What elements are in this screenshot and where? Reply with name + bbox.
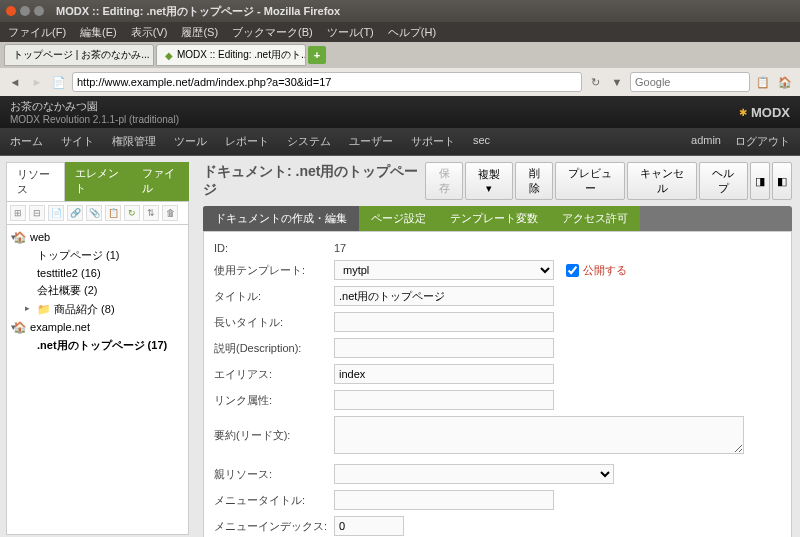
forward-button[interactable]: ► — [28, 73, 46, 91]
sort-icon[interactable]: ⇅ — [143, 205, 159, 221]
parent-label: 親リソース: — [214, 467, 334, 482]
menu-history[interactable]: 履歴(S) — [181, 25, 218, 40]
browser-tabbar: トップページ | お茶のなかみ... × ◆ MODX :: Editing: … — [0, 42, 800, 68]
nav-logout[interactable]: ログアウト — [735, 134, 790, 149]
nav-site[interactable]: サイト — [61, 134, 94, 149]
home-button[interactable]: 🏠 — [776, 73, 794, 91]
url-input[interactable] — [72, 72, 582, 92]
tab-resources[interactable]: リソース — [6, 162, 65, 201]
tab-page-settings[interactable]: ページ設定 — [359, 206, 438, 231]
document-title: ドキュメント: .net用のトップページ — [203, 163, 425, 199]
linkattr-input[interactable] — [334, 390, 554, 410]
new-tab-button[interactable]: + — [308, 46, 326, 64]
minimize-icon[interactable] — [20, 6, 30, 16]
site-name: お茶のなかみつ園 — [10, 99, 179, 114]
collapse-icon[interactable]: ⊟ — [29, 205, 45, 221]
nav-user-label[interactable]: admin — [691, 134, 721, 149]
id-value: 17 — [334, 242, 346, 254]
publish-label: 公開する — [583, 263, 627, 278]
nav-support[interactable]: サポート — [411, 134, 455, 149]
nav-system[interactable]: システム — [287, 134, 331, 149]
collapse-icon[interactable]: ▾ — [11, 232, 16, 242]
duplicate-button[interactable]: 複製 ▾ — [465, 162, 512, 200]
description-input[interactable] — [334, 338, 554, 358]
maximize-icon[interactable] — [34, 6, 44, 16]
folder-icon: 📁 — [37, 303, 51, 315]
tree-context[interactable]: ▾🏠 example.net — [9, 319, 186, 336]
tree-item[interactable]: ▸📁 商品紹介 (8) — [9, 300, 186, 319]
menu-bookmarks[interactable]: ブックマーク(B) — [232, 25, 313, 40]
menu-edit[interactable]: 編集(E) — [80, 25, 117, 40]
parent-select[interactable] — [334, 464, 614, 484]
refresh-icon[interactable]: ↻ — [124, 205, 140, 221]
title-input[interactable] — [334, 286, 554, 306]
modx-header: お茶のなかみつ園 MODX Revolution 2.1.1-pl (tradi… — [0, 96, 800, 128]
tab-label: トップページ | お茶のなかみ... — [13, 48, 150, 62]
tab-edit-document[interactable]: ドキュメントの作成・編集 — [203, 206, 359, 231]
tree-item[interactable]: トップページ (1) — [9, 246, 186, 265]
resource-tree: ▾🏠 web トップページ (1) testtitle2 (16) 会社概要 (… — [6, 225, 189, 535]
save-button[interactable]: 保存 — [425, 162, 464, 200]
tab-template-vars[interactable]: テンプレート変数 — [438, 206, 550, 231]
close-icon[interactable] — [6, 6, 16, 16]
tab-elements[interactable]: エレメント — [65, 162, 132, 201]
browser-urlbar: ◄ ► 📄 ↻ ▼ 📋 🏠 — [0, 68, 800, 96]
menu-view[interactable]: 表示(V) — [131, 25, 168, 40]
cancel-button[interactable]: キャンセル — [627, 162, 697, 200]
preview-button[interactable]: プレビュー — [555, 162, 625, 200]
new-symlink-icon[interactable]: 📎 — [86, 205, 102, 221]
scrapbook-icon[interactable]: 📋 — [754, 73, 772, 91]
bookmark-icon[interactable]: ▼ — [608, 73, 626, 91]
tree-item[interactable]: 会社概要 (2) — [9, 281, 186, 300]
nav-reports[interactable]: レポート — [225, 134, 269, 149]
new-link-icon[interactable]: 🔗 — [67, 205, 83, 221]
browser-menubar: ファイル(F) 編集(E) 表示(V) 履歴(S) ブックマーク(B) ツール(… — [0, 22, 800, 42]
tree-item[interactable]: testtitle2 (16) — [9, 265, 186, 281]
modx-favicon-icon: ◆ — [165, 50, 173, 61]
menutitle-input[interactable] — [334, 490, 554, 510]
page-icon: 📄 — [50, 73, 68, 91]
summary-textarea[interactable] — [334, 416, 744, 454]
expand-icon[interactable]: ▸ — [25, 303, 30, 313]
tree-context[interactable]: ▾🏠 web — [9, 229, 186, 246]
nav-home[interactable]: ホーム — [10, 134, 43, 149]
window-title: MODX :: Editing: .net用のトップページ - Mozilla … — [56, 4, 340, 19]
nav-user[interactable]: ユーザー — [349, 134, 393, 149]
panel-tabs: ドキュメントの作成・編集 ページ設定 テンプレート変数 アクセス許可 — [203, 206, 792, 231]
linkattr-label: リンク属性: — [214, 393, 334, 408]
search-input[interactable] — [630, 72, 750, 92]
browser-tab[interactable]: ◆ MODX :: Editing: .net用のト... × — [156, 44, 306, 66]
expand-icon[interactable]: ⊞ — [10, 205, 26, 221]
nav-tools[interactable]: ツール — [174, 134, 207, 149]
toggle1-button[interactable]: ◨ — [750, 162, 770, 200]
main-panel: ドキュメント: .net用のトップページ 保存 複製 ▾ 削除 プレビュー キャ… — [195, 156, 800, 537]
new-doc-icon[interactable]: 📄 — [48, 205, 64, 221]
sidebar: リソース エレメント ファイル ⊞ ⊟ 📄 🔗 📎 📋 ↻ ⇅ 🗑 ▾🏠 web… — [0, 156, 195, 537]
browser-tab[interactable]: トップページ | お茶のなかみ... × — [4, 44, 154, 66]
reload-button[interactable]: ↻ — [586, 73, 604, 91]
modx-logo-icon: ✱ — [739, 107, 747, 118]
menu-file[interactable]: ファイル(F) — [8, 25, 66, 40]
toggle2-button[interactable]: ◧ — [772, 162, 792, 200]
tree-item-active[interactable]: .net用のトップページ (17) — [9, 336, 186, 355]
menu-tools[interactable]: ツール(T) — [327, 25, 374, 40]
modx-navbar: ホーム サイト 権限管理 ツール レポート システム ユーザー サポート sec… — [0, 128, 800, 156]
id-label: ID: — [214, 242, 334, 254]
nav-security[interactable]: 権限管理 — [112, 134, 156, 149]
publish-checkbox[interactable] — [566, 264, 579, 277]
menu-help[interactable]: ヘルプ(H) — [388, 25, 436, 40]
tree-toolbar: ⊞ ⊟ 📄 🔗 📎 📋 ↻ ⇅ 🗑 — [6, 201, 189, 225]
alias-input[interactable] — [334, 364, 554, 384]
template-select[interactable]: mytpl — [334, 260, 554, 280]
longtitle-input[interactable] — [334, 312, 554, 332]
tab-permissions[interactable]: アクセス許可 — [550, 206, 640, 231]
delete-button[interactable]: 削除 — [515, 162, 554, 200]
trash-icon[interactable]: 🗑 — [162, 205, 178, 221]
back-button[interactable]: ◄ — [6, 73, 24, 91]
nav-sec[interactable]: sec — [473, 134, 490, 149]
help-button[interactable]: ヘルプ — [699, 162, 748, 200]
tab-files[interactable]: ファイル — [132, 162, 189, 201]
new-static-icon[interactable]: 📋 — [105, 205, 121, 221]
menuindex-input[interactable] — [334, 516, 404, 536]
collapse-icon[interactable]: ▾ — [11, 322, 16, 332]
